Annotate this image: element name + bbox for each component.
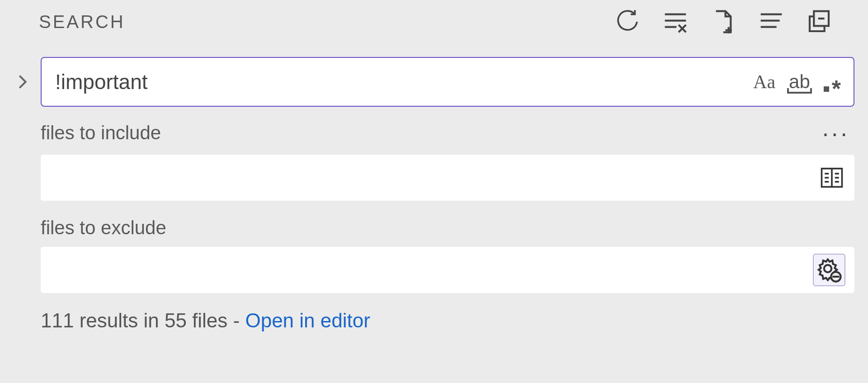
files-exclude-label: files to exclude xyxy=(41,217,166,239)
book-icon[interactable] xyxy=(818,164,845,191)
files-include-field xyxy=(41,155,854,201)
search-row: Aa ab * xyxy=(14,43,854,107)
exclude-row-header: files to exclude xyxy=(41,217,854,239)
whole-word-toggle[interactable]: ab xyxy=(789,69,810,95)
search-box: Aa ab * xyxy=(41,57,854,107)
search-details: files to include ··· files to exclude xyxy=(14,107,854,332)
files-exclude-input[interactable] xyxy=(50,259,813,281)
clear-results-icon[interactable] xyxy=(663,9,688,34)
regex-asterisk: * xyxy=(832,83,841,95)
toggle-replace-icon[interactable] xyxy=(14,73,32,91)
svg-point-20 xyxy=(824,265,831,272)
regex-dot xyxy=(824,86,829,92)
files-exclude-field xyxy=(41,247,854,293)
panel-actions xyxy=(615,9,832,34)
open-in-editor-link[interactable]: Open in editor xyxy=(245,309,370,331)
regex-toggle[interactable]: * xyxy=(824,69,841,95)
files-include-input[interactable] xyxy=(50,166,818,189)
files-include-label: files to include xyxy=(41,122,161,144)
search-toggles: Aa ab * xyxy=(753,69,841,95)
view-as-tree-icon[interactable] xyxy=(759,9,784,34)
search-panel: SEARCH xyxy=(0,0,868,383)
whole-word-label: ab xyxy=(789,71,810,93)
exclude-settings-icon[interactable] xyxy=(813,254,845,286)
search-input[interactable] xyxy=(54,69,753,95)
toggle-search-details-icon[interactable]: ··· xyxy=(822,119,854,147)
collapse-all-icon[interactable] xyxy=(807,9,832,34)
results-count-text: 111 results in 55 files - xyxy=(41,309,245,331)
include-row-header: files to include ··· xyxy=(41,119,854,147)
panel-title: SEARCH xyxy=(39,12,125,32)
results-summary: 111 results in 55 files - Open in editor xyxy=(41,309,854,332)
match-case-toggle[interactable]: Aa xyxy=(753,69,775,95)
refresh-icon[interactable] xyxy=(615,9,640,34)
new-search-editor-icon[interactable] xyxy=(711,9,736,34)
panel-header: SEARCH xyxy=(14,0,854,43)
